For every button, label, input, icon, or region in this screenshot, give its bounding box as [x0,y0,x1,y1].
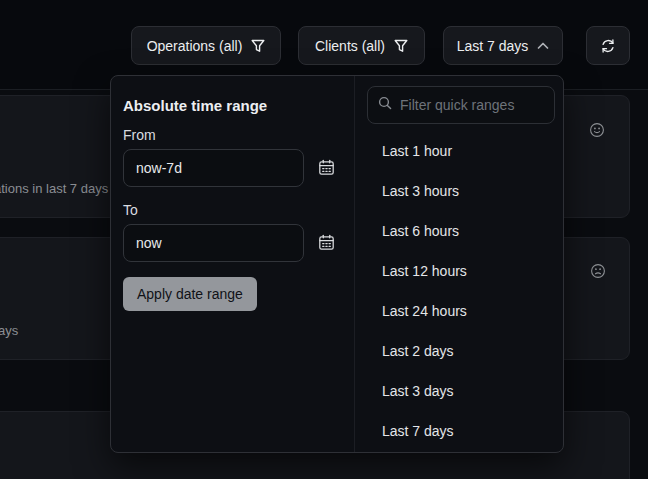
sad-face-icon [590,263,606,279]
quick-range-option[interactable]: Last 6 hours [355,211,563,251]
quick-range-filter-input[interactable] [400,97,544,113]
quick-range-option[interactable]: Last 1 hour [355,131,563,171]
app-screen: ations in last 7 days ays Operations (al… [0,0,648,479]
clients-filter-button[interactable]: Clients (all) [298,26,425,65]
from-label: From [123,127,156,143]
calendar-icon [318,164,335,179]
filter-icon [251,39,265,53]
quick-range-list: Last 1 hour Last 3 hours Last 6 hours La… [355,131,563,451]
calendar-icon [318,239,335,254]
clients-filter-label: Clients (all) [315,38,385,54]
to-calendar-button[interactable] [315,232,337,254]
quick-range-option[interactable]: Last 7 days [355,411,563,451]
quick-range-option[interactable]: Last 12 hours [355,251,563,291]
apply-date-range-button[interactable]: Apply date range [123,277,257,311]
absolute-range-title: Absolute time range [123,97,267,114]
to-label: To [123,202,138,218]
operations-filter-label: Operations (all) [147,38,243,54]
card-caption: ations in last 7 days [0,181,108,196]
time-range-button[interactable]: Last 7 days [443,26,563,65]
search-icon [378,96,392,114]
refresh-icon [600,38,616,54]
from-input[interactable] [123,149,304,187]
card-caption: ays [0,323,18,338]
quick-range-option[interactable]: Last 3 days [355,371,563,411]
time-range-label: Last 7 days [457,38,529,54]
operations-filter-button[interactable]: Operations (all) [131,26,281,65]
quick-range-search [367,86,555,124]
from-calendar-button[interactable] [315,157,337,179]
quick-range-option[interactable]: Last 2 days [355,331,563,371]
refresh-button[interactable] [586,26,630,65]
chevron-up-icon [537,42,549,50]
to-input[interactable] [123,224,304,262]
time-range-picker-dropdown: Absolute time range From To [110,75,564,453]
filter-icon [394,39,408,53]
quick-range-option[interactable]: Last 24 hours [355,291,563,331]
quick-range-option[interactable]: Last 3 hours [355,171,563,211]
happy-face-icon [589,122,605,138]
